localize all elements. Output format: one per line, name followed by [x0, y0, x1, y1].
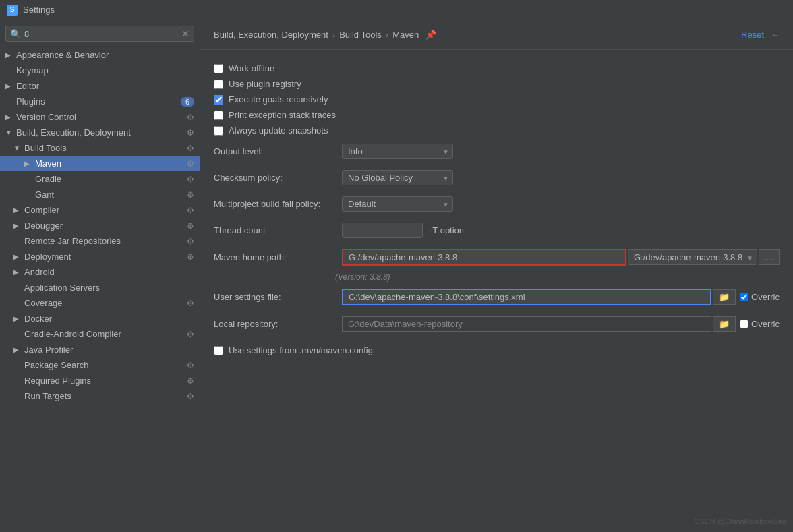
- sidebar-label-deployment: Deployment: [24, 252, 184, 262]
- local-repo-row: Local repository: 📁 Overric: [214, 311, 780, 337]
- checkbox-label-work-offline[interactable]: Work offline: [229, 63, 274, 73]
- user-settings-row: User settings file: 📁 Overric: [214, 283, 780, 311]
- sidebar-label-keymap: Keymap: [16, 65, 194, 76]
- maven-home-dropdown[interactable]: G:/dev/apache-maven-3.8.8: [628, 249, 757, 265]
- watermark: CSDN @ChinaRainbowSea: [694, 517, 786, 525]
- reset-button[interactable]: Reset: [741, 30, 764, 40]
- user-settings-override-checkbox[interactable]: [740, 293, 748, 301]
- sidebar-label-run-targets: Run Targets: [24, 391, 184, 401]
- checksum-policy-select-wrapper[interactable]: No Global Policy Strict Warn Ignore ▼: [342, 170, 453, 185]
- t-option-label: -T option: [430, 225, 464, 235]
- sidebar-settings-icon-gradle: ⚙: [187, 175, 194, 184]
- sidebar-label-required-plugins: Required Plugins: [24, 376, 184, 386]
- sidebar-item-build-exec[interactable]: ▼Build, Execution, Deployment⚙: [0, 125, 200, 140]
- sidebar-label-package-search: Package Search: [24, 360, 184, 370]
- checkbox-label-execute-goals[interactable]: Execute goals recursively: [229, 94, 328, 105]
- local-repo-browse-button[interactable]: 📁: [713, 316, 736, 332]
- multiproject-policy-select-wrapper[interactable]: Default Fail Fast Fail At End Never ▼: [342, 196, 453, 212]
- checkbox-row-work-offline: Work offline: [214, 61, 780, 76]
- maven-home-path-input[interactable]: [342, 249, 626, 266]
- sidebar-item-coverage[interactable]: Coverage⚙: [0, 295, 200, 311]
- local-repo-input[interactable]: [342, 316, 711, 332]
- sidebar-item-remote-jar[interactable]: Remote Jar Repositories⚙: [0, 233, 200, 249]
- breadcrumb-part-2: Build Tools: [339, 30, 382, 40]
- sidebar-item-docker[interactable]: ▶Docker: [0, 311, 200, 326]
- checkbox-always-update[interactable]: [214, 126, 223, 136]
- checkbox-execute-goals[interactable]: [214, 95, 223, 105]
- use-settings-checkbox[interactable]: [214, 346, 223, 355]
- sidebar-item-plugins[interactable]: Plugins6: [0, 94, 200, 109]
- maven-version-hint: (Version: 3.8.8): [214, 271, 780, 283]
- checkbox-work-offline[interactable]: [214, 64, 223, 73]
- sidebar-item-maven[interactable]: ▶Maven⚙: [0, 156, 200, 171]
- sidebar-arrow-appearance: ▶: [5, 51, 13, 59]
- search-clear-button[interactable]: ✕: [181, 28, 189, 39]
- sidebar-settings-icon-required-plugins: ⚙: [187, 376, 194, 386]
- content-area: Build, Execution, Deployment › Build Too…: [200, 20, 793, 532]
- maven-home-browse-button[interactable]: …: [759, 249, 780, 265]
- sidebar-arrow-debugger: ▶: [13, 222, 22, 229]
- sidebar-label-compiler: Compiler: [24, 205, 184, 215]
- sidebar-item-compiler[interactable]: ▶Compiler⚙: [0, 202, 200, 218]
- sidebar-arrow-java-profiler: ▶: [13, 346, 22, 353]
- sidebar-item-editor[interactable]: ▶Editor: [0, 78, 200, 94]
- output-level-select[interactable]: Info Debug Warn Error: [342, 144, 453, 159]
- sidebar-label-plugins: Plugins: [16, 96, 178, 107]
- checkbox-use-plugin-registry[interactable]: [214, 80, 223, 89]
- sidebar-label-build-exec: Build, Execution, Deployment: [16, 127, 184, 138]
- checkbox-print-exception[interactable]: [214, 111, 223, 120]
- checkbox-label-use-plugin-registry[interactable]: Use plugin registry: [229, 79, 301, 89]
- sidebar-label-gant: Gant: [35, 189, 184, 200]
- breadcrumb-part-3: Maven: [392, 30, 419, 40]
- multiproject-policy-select[interactable]: Default Fail Fast Fail At End Never: [342, 196, 453, 212]
- sidebar-item-keymap[interactable]: Keymap: [0, 63, 200, 78]
- user-settings-browse-button[interactable]: 📁: [713, 289, 736, 305]
- sidebar-item-android[interactable]: ▶Android: [0, 264, 200, 280]
- sidebar-label-android: Android: [24, 267, 194, 277]
- output-level-row: Output level: Info Debug Warn Error ▼: [214, 138, 780, 165]
- sidebar-item-build-tools[interactable]: ▼Build Tools⚙: [0, 140, 200, 156]
- user-settings-input[interactable]: [342, 289, 711, 305]
- settings-content: Work offlineUse plugin registryExecute g…: [200, 50, 793, 369]
- sidebar-item-gant[interactable]: Gant⚙: [0, 187, 200, 202]
- checkbox-label-always-update[interactable]: Always update snapshots: [229, 125, 328, 136]
- sidebar-item-gradle-android[interactable]: Gradle-Android Compiler⚙: [0, 326, 200, 342]
- sidebar-item-required-plugins[interactable]: Required Plugins⚙: [0, 373, 200, 388]
- sidebar-settings-icon-package-search: ⚙: [187, 361, 194, 370]
- sidebar-item-app-servers[interactable]: Application Servers: [0, 280, 200, 295]
- output-level-select-wrapper[interactable]: Info Debug Warn Error ▼: [342, 144, 453, 159]
- sidebar-settings-icon-compiler: ⚙: [187, 206, 194, 215]
- sidebar-label-maven: Maven: [35, 158, 184, 169]
- sidebar-item-deployment[interactable]: ▶Deployment⚙: [0, 249, 200, 264]
- checksum-policy-select[interactable]: No Global Policy Strict Warn Ignore: [342, 170, 453, 185]
- sidebar-arrow-docker: ▶: [13, 315, 22, 322]
- use-settings-label[interactable]: Use settings from .mvn/maven.config: [229, 345, 373, 355]
- sidebar-arrow-version-control: ▶: [5, 113, 13, 121]
- sidebar-items-container: ▶Appearance & BehaviorKeymap▶EditorPlugi…: [0, 47, 200, 404]
- search-input[interactable]: [24, 29, 178, 39]
- sidebar-item-debugger[interactable]: ▶Debugger⚙: [0, 218, 200, 233]
- search-box[interactable]: 🔍 ✕: [5, 26, 194, 42]
- sidebar-item-run-targets[interactable]: Run Targets⚙: [0, 388, 200, 404]
- sidebar-label-remote-jar: Remote Jar Repositories: [24, 236, 184, 246]
- sidebar-item-version-control[interactable]: ▶Version Control⚙: [0, 109, 200, 125]
- search-icon: 🔍: [10, 29, 21, 39]
- sidebar-item-package-search[interactable]: Package Search⚙: [0, 357, 200, 373]
- sidebar: 🔍 ✕ ▶Appearance & BehaviorKeymap▶EditorP…: [0, 20, 200, 532]
- sidebar-settings-icon-deployment: ⚙: [187, 252, 194, 262]
- breadcrumb-part-1: Build, Execution, Deployment: [214, 30, 328, 40]
- checkbox-label-print-exception[interactable]: Print exception stack traces: [229, 110, 336, 120]
- title-bar: S Settings: [0, 0, 793, 20]
- sidebar-item-appearance[interactable]: ▶Appearance & Behavior: [0, 47, 200, 63]
- sidebar-item-java-profiler[interactable]: ▶Java Profiler: [0, 342, 200, 357]
- user-settings-label: User settings file:: [214, 292, 335, 302]
- back-button[interactable]: ←: [771, 30, 780, 40]
- sidebar-item-gradle[interactable]: Gradle⚙: [0, 171, 200, 187]
- local-repo-override-checkbox[interactable]: [740, 320, 748, 328]
- thread-count-input[interactable]: [342, 223, 423, 238]
- output-level-label: Output level:: [214, 146, 335, 156]
- maven-home-path-container: G:/dev/apache-maven-3.8.8 ▼ …: [342, 249, 780, 266]
- sidebar-arrow-android: ▶: [13, 268, 22, 276]
- maven-home-dropdown-wrapper[interactable]: G:/dev/apache-maven-3.8.8 ▼: [628, 249, 757, 265]
- main-container: 🔍 ✕ ▶Appearance & BehaviorKeymap▶EditorP…: [0, 20, 793, 532]
